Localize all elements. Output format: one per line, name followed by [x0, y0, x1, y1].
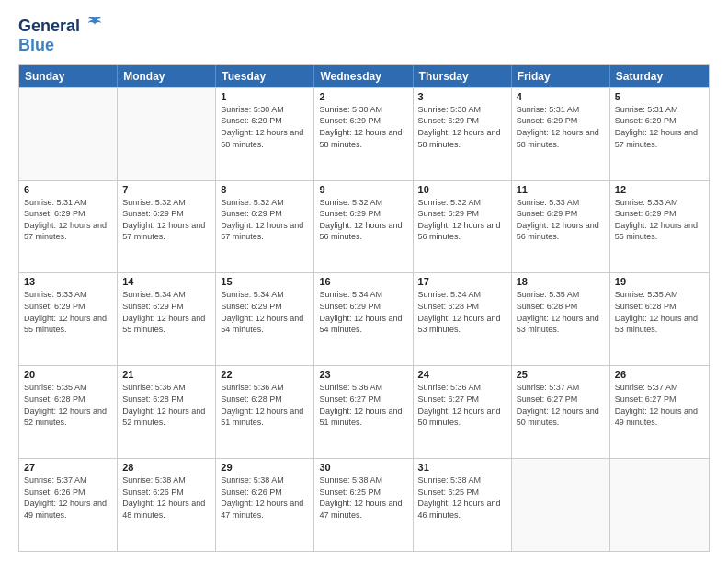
cell-info: Sunrise: 5:34 AM Sunset: 6:29 PM Dayligh…	[221, 289, 309, 335]
logo: General Blue	[18, 15, 103, 55]
header-day-wednesday: Wednesday	[314, 65, 413, 87]
week-row-2: 6Sunrise: 5:31 AM Sunset: 6:29 PM Daylig…	[19, 180, 709, 273]
cal-cell-1-6: 4Sunrise: 5:31 AM Sunset: 6:29 PM Daylig…	[512, 88, 610, 180]
cell-info: Sunrise: 5:35 AM Sunset: 6:28 PM Dayligh…	[615, 289, 704, 335]
day-number: 24	[418, 369, 506, 380]
day-number: 4	[517, 91, 605, 102]
header-day-thursday: Thursday	[414, 65, 512, 87]
cal-cell-4-5: 24Sunrise: 5:36 AM Sunset: 6:27 PM Dayli…	[414, 366, 512, 458]
day-number: 17	[418, 276, 506, 287]
cal-cell-2-4: 9Sunrise: 5:32 AM Sunset: 6:29 PM Daylig…	[314, 181, 413, 273]
cell-info: Sunrise: 5:38 AM Sunset: 6:25 PM Dayligh…	[319, 475, 407, 521]
calendar-header: SundayMondayTuesdayWednesdayThursdayFrid…	[19, 65, 709, 87]
cell-info: Sunrise: 5:36 AM Sunset: 6:28 PM Dayligh…	[221, 382, 309, 428]
cell-info: Sunrise: 5:38 AM Sunset: 6:26 PM Dayligh…	[221, 475, 309, 521]
cal-cell-5-1: 27Sunrise: 5:37 AM Sunset: 6:26 PM Dayli…	[19, 459, 118, 551]
cell-info: Sunrise: 5:32 AM Sunset: 6:29 PM Dayligh…	[319, 197, 407, 243]
cell-info: Sunrise: 5:31 AM Sunset: 6:29 PM Dayligh…	[24, 197, 112, 243]
day-number: 12	[615, 184, 704, 195]
cell-info: Sunrise: 5:38 AM Sunset: 6:25 PM Dayligh…	[418, 475, 506, 521]
cal-cell-1-4: 2Sunrise: 5:30 AM Sunset: 6:29 PM Daylig…	[314, 88, 413, 180]
cal-cell-3-5: 17Sunrise: 5:34 AM Sunset: 6:28 PM Dayli…	[414, 273, 512, 365]
cell-info: Sunrise: 5:35 AM Sunset: 6:28 PM Dayligh…	[24, 382, 112, 428]
cell-info: Sunrise: 5:32 AM Sunset: 6:29 PM Dayligh…	[122, 197, 210, 243]
day-number: 8	[221, 184, 309, 195]
day-number: 14	[122, 276, 210, 287]
cal-cell-2-7: 12Sunrise: 5:33 AM Sunset: 6:29 PM Dayli…	[610, 181, 709, 273]
day-number: 9	[319, 184, 407, 195]
day-number: 23	[319, 369, 407, 380]
page: General Blue SundayMondayTuesdayWednesda…	[0, 0, 728, 563]
cell-info: Sunrise: 5:35 AM Sunset: 6:28 PM Dayligh…	[517, 289, 605, 335]
cal-cell-2-2: 7Sunrise: 5:32 AM Sunset: 6:29 PM Daylig…	[118, 181, 216, 273]
cell-info: Sunrise: 5:38 AM Sunset: 6:26 PM Dayligh…	[122, 475, 210, 521]
cell-info: Sunrise: 5:36 AM Sunset: 6:28 PM Dayligh…	[122, 382, 210, 428]
cal-cell-1-7: 5Sunrise: 5:31 AM Sunset: 6:29 PM Daylig…	[610, 88, 709, 180]
day-number: 20	[24, 369, 112, 380]
day-number: 11	[517, 184, 605, 195]
day-number: 10	[418, 184, 506, 195]
day-number: 30	[319, 462, 407, 473]
day-number: 1	[221, 91, 309, 102]
cal-cell-4-7: 26Sunrise: 5:37 AM Sunset: 6:27 PM Dayli…	[610, 366, 709, 458]
cell-info: Sunrise: 5:37 AM Sunset: 6:27 PM Dayligh…	[615, 382, 704, 428]
day-number: 25	[517, 369, 605, 380]
day-number: 2	[319, 91, 407, 102]
cal-cell-2-6: 11Sunrise: 5:33 AM Sunset: 6:29 PM Dayli…	[512, 181, 610, 273]
cell-info: Sunrise: 5:34 AM Sunset: 6:29 PM Dayligh…	[122, 289, 210, 335]
cal-cell-1-1	[19, 88, 118, 180]
cal-cell-3-2: 14Sunrise: 5:34 AM Sunset: 6:29 PM Dayli…	[118, 273, 216, 365]
cal-cell-2-1: 6Sunrise: 5:31 AM Sunset: 6:29 PM Daylig…	[19, 181, 118, 273]
cal-cell-1-5: 3Sunrise: 5:30 AM Sunset: 6:29 PM Daylig…	[414, 88, 512, 180]
logo-text: General	[18, 15, 103, 36]
cal-cell-5-7	[610, 459, 709, 551]
day-number: 13	[24, 276, 112, 287]
cell-info: Sunrise: 5:33 AM Sunset: 6:29 PM Dayligh…	[615, 197, 704, 243]
cal-cell-4-1: 20Sunrise: 5:35 AM Sunset: 6:28 PM Dayli…	[19, 366, 118, 458]
day-number: 3	[418, 91, 506, 102]
cal-cell-5-6	[512, 459, 610, 551]
day-number: 31	[418, 462, 506, 473]
cell-info: Sunrise: 5:33 AM Sunset: 6:29 PM Dayligh…	[517, 197, 605, 243]
week-row-1: 1Sunrise: 5:30 AM Sunset: 6:29 PM Daylig…	[19, 87, 709, 180]
cal-cell-4-4: 23Sunrise: 5:36 AM Sunset: 6:27 PM Dayli…	[314, 366, 413, 458]
day-number: 6	[24, 184, 112, 195]
cell-info: Sunrise: 5:36 AM Sunset: 6:27 PM Dayligh…	[418, 382, 506, 428]
cal-cell-2-5: 10Sunrise: 5:32 AM Sunset: 6:29 PM Dayli…	[414, 181, 512, 273]
day-number: 21	[122, 369, 210, 380]
cal-cell-2-3: 8Sunrise: 5:32 AM Sunset: 6:29 PM Daylig…	[216, 181, 314, 273]
cell-info: Sunrise: 5:31 AM Sunset: 6:29 PM Dayligh…	[517, 104, 605, 150]
day-number: 19	[615, 276, 704, 287]
header-day-monday: Monday	[118, 65, 216, 87]
cell-info: Sunrise: 5:30 AM Sunset: 6:29 PM Dayligh…	[319, 104, 407, 150]
cal-cell-3-7: 19Sunrise: 5:35 AM Sunset: 6:28 PM Dayli…	[610, 273, 709, 365]
cal-cell-3-3: 15Sunrise: 5:34 AM Sunset: 6:29 PM Dayli…	[216, 273, 314, 365]
week-row-3: 13Sunrise: 5:33 AM Sunset: 6:29 PM Dayli…	[19, 272, 709, 365]
cell-info: Sunrise: 5:36 AM Sunset: 6:27 PM Dayligh…	[319, 382, 407, 428]
header-day-saturday: Saturday	[610, 65, 709, 87]
cell-info: Sunrise: 5:30 AM Sunset: 6:29 PM Dayligh…	[221, 104, 309, 150]
cell-info: Sunrise: 5:31 AM Sunset: 6:29 PM Dayligh…	[615, 104, 704, 150]
week-row-5: 27Sunrise: 5:37 AM Sunset: 6:26 PM Dayli…	[19, 458, 709, 551]
day-number: 29	[221, 462, 309, 473]
cell-info: Sunrise: 5:32 AM Sunset: 6:29 PM Dayligh…	[418, 197, 506, 243]
header-day-tuesday: Tuesday	[216, 65, 314, 87]
cal-cell-3-6: 18Sunrise: 5:35 AM Sunset: 6:28 PM Dayli…	[512, 273, 610, 365]
day-number: 26	[615, 369, 704, 380]
week-row-4: 20Sunrise: 5:35 AM Sunset: 6:28 PM Dayli…	[19, 365, 709, 458]
cal-cell-4-6: 25Sunrise: 5:37 AM Sunset: 6:27 PM Dayli…	[512, 366, 610, 458]
cell-info: Sunrise: 5:33 AM Sunset: 6:29 PM Dayligh…	[24, 289, 112, 335]
day-number: 7	[122, 184, 210, 195]
cal-cell-3-4: 16Sunrise: 5:34 AM Sunset: 6:29 PM Dayli…	[314, 273, 413, 365]
day-number: 5	[615, 91, 704, 102]
logo-blue: Blue	[18, 36, 103, 55]
cell-info: Sunrise: 5:32 AM Sunset: 6:29 PM Dayligh…	[221, 197, 309, 243]
cal-cell-5-4: 30Sunrise: 5:38 AM Sunset: 6:25 PM Dayli…	[314, 459, 413, 551]
cal-cell-4-2: 21Sunrise: 5:36 AM Sunset: 6:28 PM Dayli…	[118, 366, 216, 458]
header-day-sunday: Sunday	[19, 65, 118, 87]
logo-bird-icon	[86, 15, 103, 31]
day-number: 28	[122, 462, 210, 473]
header: General Blue	[18, 15, 710, 55]
cell-info: Sunrise: 5:37 AM Sunset: 6:27 PM Dayligh…	[517, 382, 605, 428]
day-number: 18	[517, 276, 605, 287]
